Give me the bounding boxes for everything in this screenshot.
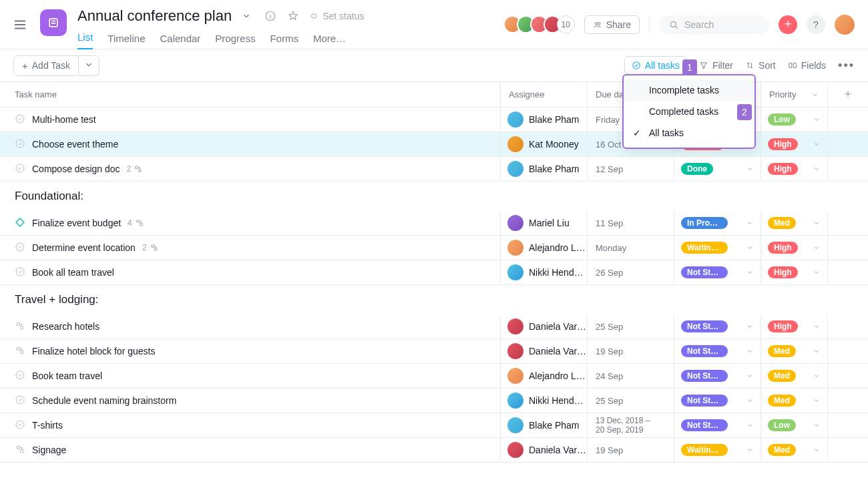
chevron-down-icon[interactable] xyxy=(813,421,821,429)
priority-cell[interactable]: Low xyxy=(761,107,828,132)
task-row[interactable]: Book all team travelNikki Hend…26 SepNot… xyxy=(0,260,868,285)
completion-filter-button[interactable]: All tasks xyxy=(624,56,687,75)
search-input[interactable]: Search xyxy=(659,15,769,34)
status-cell[interactable]: In Progre… xyxy=(674,211,761,235)
tab-timeline[interactable]: Timeline xyxy=(107,33,145,49)
add-column-button[interactable]: + xyxy=(828,87,868,101)
filter-option-completed-tasks[interactable]: Completed tasks xyxy=(624,101,754,122)
due-date-cell[interactable]: 19 Sep xyxy=(588,339,674,363)
task-name[interactable]: Determine event location xyxy=(32,242,136,253)
more-actions-button[interactable]: ••• xyxy=(838,59,855,73)
member-avatars[interactable]: 10 xyxy=(508,15,575,33)
priority-cell[interactable]: High xyxy=(761,314,828,338)
task-row[interactable]: SignageDaniela Var…19 SepWaiting o…Med xyxy=(0,438,868,463)
assignee-cell[interactable]: Daniela Var… xyxy=(501,339,588,363)
task-complete-icon[interactable] xyxy=(15,138,25,151)
status-cell[interactable]: Done xyxy=(674,157,761,181)
chevron-down-icon[interactable] xyxy=(746,372,754,380)
task-complete-icon[interactable] xyxy=(15,370,25,383)
section-header[interactable]: Travel + lodging: xyxy=(0,285,868,314)
status-cell[interactable]: Not Start… xyxy=(674,339,761,363)
sidebar-toggle[interactable] xyxy=(0,0,40,49)
chevron-down-icon[interactable] xyxy=(746,244,754,252)
status-cell[interactable]: Not Start… xyxy=(674,413,761,437)
task-name[interactable]: Multi-home test xyxy=(32,114,96,125)
add-task-button[interactable]: + Add Task xyxy=(13,55,79,76)
task-name[interactable]: Signage xyxy=(32,445,66,455)
add-task-dropdown[interactable] xyxy=(79,55,99,76)
task-complete-icon[interactable] xyxy=(15,217,25,230)
task-name[interactable]: Compose design doc xyxy=(32,164,120,174)
assignee-cell[interactable]: Blake Pham xyxy=(501,157,588,181)
assignee-cell[interactable]: Daniela Var… xyxy=(501,314,588,338)
tab-more[interactable]: More… xyxy=(313,33,346,49)
chevron-down-icon[interactable] xyxy=(746,219,754,227)
chevron-down-icon[interactable] xyxy=(746,421,754,429)
task-name[interactable]: Finalize event budget xyxy=(32,218,121,228)
chevron-down-icon[interactable] xyxy=(813,347,821,355)
share-button[interactable]: Share xyxy=(584,15,640,34)
member-count[interactable]: 10 xyxy=(557,15,575,33)
status-cell[interactable]: Not Start… xyxy=(674,364,761,388)
due-date-cell[interactable]: 12 Sep xyxy=(588,157,674,181)
task-row[interactable]: Finalize event budget4Mariel Liu11 SepIn… xyxy=(0,211,868,236)
priority-cell[interactable]: High xyxy=(761,157,828,181)
due-date-cell[interactable]: 11 Sep xyxy=(588,211,674,235)
due-date-cell[interactable]: 24 Sep xyxy=(588,364,674,388)
task-row[interactable]: T-shirtsBlake Pham13 Dec, 2018 –20 Sep, … xyxy=(0,413,868,438)
task-name[interactable]: Finalize hotel block for guests xyxy=(32,346,155,356)
chevron-down-icon[interactable] xyxy=(813,372,821,380)
priority-cell[interactable]: High xyxy=(761,260,828,284)
col-header-name[interactable]: Task name xyxy=(0,82,501,107)
chevron-down-icon[interactable] xyxy=(813,268,821,276)
chevron-down-icon[interactable] xyxy=(813,446,821,454)
chevron-down-icon[interactable] xyxy=(813,115,821,124)
task-name[interactable]: Book team travel xyxy=(32,371,102,381)
filter-option-incomplete-tasks[interactable]: Incomplete tasks xyxy=(624,79,754,101)
chevron-down-icon[interactable] xyxy=(813,165,821,173)
priority-cell[interactable]: High xyxy=(761,132,828,156)
due-date-cell[interactable]: 13 Dec, 2018 –20 Sep, 2019 xyxy=(588,413,674,437)
status-cell[interactable]: Not Start… xyxy=(674,314,761,338)
tab-calendar[interactable]: Calendar xyxy=(160,33,200,49)
project-icon[interactable] xyxy=(40,9,67,36)
priority-cell[interactable]: High xyxy=(761,236,828,260)
project-menu-button[interactable] xyxy=(237,7,256,25)
assignee-cell[interactable]: Kat Mooney xyxy=(501,132,588,156)
task-complete-icon[interactable] xyxy=(15,266,25,279)
due-date-cell[interactable]: 26 Sep xyxy=(588,260,674,284)
assignee-cell[interactable]: Daniela Var… xyxy=(501,438,588,462)
task-complete-icon[interactable] xyxy=(15,444,25,457)
tab-list[interactable]: List xyxy=(77,31,93,49)
assignee-cell[interactable]: Nikki Hend… xyxy=(501,389,588,413)
due-date-cell[interactable]: 19 Sep xyxy=(588,438,674,462)
chevron-down-icon[interactable] xyxy=(746,322,754,330)
col-header-priority[interactable]: Priority xyxy=(761,82,828,107)
due-date-cell[interactable]: 25 Sep xyxy=(588,314,674,338)
assignee-cell[interactable]: Blake Pham xyxy=(501,107,588,132)
subtask-count[interactable]: 4 xyxy=(128,218,144,228)
tab-forms[interactable]: Forms xyxy=(270,33,298,49)
chevron-down-icon[interactable] xyxy=(746,397,754,405)
task-row[interactable]: Finalize hotel block for guestsDaniela V… xyxy=(0,339,868,364)
task-complete-icon[interactable] xyxy=(15,419,25,432)
task-row[interactable]: Research hotelsDaniela Var…25 SepNot Sta… xyxy=(0,314,868,339)
subtask-count[interactable]: 2 xyxy=(142,243,159,252)
chevron-down-icon[interactable] xyxy=(813,397,821,405)
task-row[interactable]: Compose design doc2Blake Pham12 SepDoneH… xyxy=(0,157,868,182)
priority-cell[interactable]: Med xyxy=(761,364,828,388)
chevron-down-icon[interactable] xyxy=(813,244,821,252)
task-complete-icon[interactable] xyxy=(15,345,25,358)
chevron-down-icon[interactable] xyxy=(746,347,754,355)
chevron-down-icon[interactable] xyxy=(813,219,821,227)
status-cell[interactable]: Not Start… xyxy=(674,389,761,413)
priority-cell[interactable]: Med xyxy=(761,211,828,235)
task-name[interactable]: Research hotels xyxy=(32,321,99,332)
due-date-cell[interactable]: 25 Sep xyxy=(588,389,674,413)
assignee-cell[interactable]: Nikki Hend… xyxy=(501,260,588,284)
tab-progress[interactable]: Progress xyxy=(215,33,255,49)
task-complete-icon[interactable] xyxy=(15,395,25,407)
priority-cell[interactable]: Med xyxy=(761,339,828,363)
chevron-down-icon[interactable] xyxy=(746,268,754,276)
chevron-down-icon[interactable] xyxy=(813,322,821,330)
